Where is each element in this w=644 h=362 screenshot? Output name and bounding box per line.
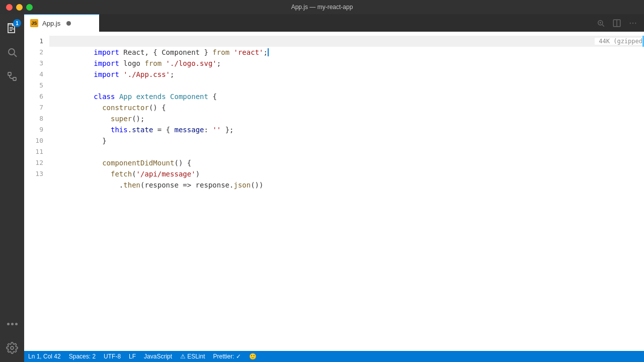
status-spaces[interactable]: Spaces: 2	[69, 353, 96, 360]
code-line-10	[49, 135, 644, 146]
svg-rect-7	[13, 77, 16, 80]
maximize-button[interactable]	[26, 4, 33, 11]
code-line-5: class App extends Component {	[49, 80, 644, 91]
activity-files-icon[interactable]: 1	[2, 18, 22, 38]
svg-rect-1	[10, 27, 13, 28]
line-number-6: 6	[39, 91, 43, 102]
svg-point-4	[9, 49, 15, 55]
svg-rect-2	[10, 29, 14, 29]
activity-settings-icon[interactable]	[2, 338, 22, 358]
search-in-file-button[interactable]	[594, 16, 608, 30]
svg-line-5	[14, 54, 17, 57]
prettier-label: Prettier: ✓	[213, 353, 241, 360]
line-number-12: 12	[35, 157, 43, 168]
status-bar: Ln 1, Col 42 Spaces: 2 UTF-8 LF JavaScri…	[24, 351, 644, 362]
traffic-lights	[6, 4, 33, 11]
notification-badge: 1	[13, 19, 21, 27]
line-number-1: 1	[39, 36, 43, 47]
code-line-11: componentDidMount() {	[49, 146, 644, 157]
svg-rect-3	[10, 30, 12, 31]
activity-source-control-icon[interactable]	[2, 66, 22, 86]
status-line-ending[interactable]: LF	[129, 353, 136, 360]
tab-bar: JS App.js	[24, 14, 644, 32]
status-encoding[interactable]: UTF-8	[104, 353, 121, 360]
eslint-label: ESLint	[187, 353, 205, 360]
title-bar: App.js — my-react-app	[0, 0, 644, 14]
svg-point-17	[635, 22, 636, 23]
tab-actions	[594, 14, 644, 32]
status-position[interactable]: Ln 1, Col 42	[28, 353, 61, 360]
main-container: 1	[0, 14, 644, 362]
unsaved-indicator	[66, 21, 71, 26]
line-number-8: 8	[39, 113, 43, 124]
code-editor[interactable]: import React, { Component } from 'react'…	[49, 32, 644, 351]
status-eslint[interactable]: ⚠ ESLint	[180, 353, 205, 360]
smiley-icon: 🙂	[249, 353, 257, 360]
size-hint: 44K (gzipped	[595, 36, 644, 47]
size-hint-text: 44K (gzipped	[595, 38, 642, 45]
line-numbers: 1 2 3 4 5 6 7 8 9 10 11 12 13	[24, 32, 49, 351]
close-button[interactable]	[6, 4, 13, 11]
line-number-4: 4	[39, 69, 43, 80]
status-language[interactable]: JavaScript	[144, 353, 172, 360]
ellipsis-icon	[7, 323, 18, 325]
code-line-1: import React, { Component } from 'react'…	[49, 36, 644, 47]
line-number-2: 2	[39, 47, 43, 58]
split-editor-button[interactable]	[610, 16, 624, 30]
activity-bar-bottom	[2, 314, 22, 362]
js-file-icon: JS	[30, 19, 38, 27]
line-number-10: 10	[35, 135, 43, 146]
svg-point-16	[632, 22, 633, 23]
minimize-button[interactable]	[16, 4, 23, 11]
activity-bar: 1	[0, 14, 24, 362]
editor-content[interactable]: 1 2 3 4 5 6 7 8 9 10 11 12 13 import Rea…	[24, 32, 644, 351]
editor-area: JS App.js	[24, 14, 644, 362]
more-actions-button[interactable]	[626, 16, 640, 30]
svg-rect-6	[8, 72, 11, 75]
activity-more-icon[interactable]	[2, 314, 22, 334]
line-number-7: 7	[39, 102, 43, 113]
svg-point-8	[11, 346, 14, 349]
file-tab-appjs[interactable]: JS App.js	[24, 14, 100, 32]
line-number-9: 9	[39, 124, 43, 135]
line-number-3: 3	[39, 58, 43, 69]
warning-icon: ⚠	[180, 353, 186, 360]
status-emoji[interactable]: 🙂	[249, 353, 257, 360]
svg-point-15	[630, 22, 631, 23]
window-title: App.js — my-react-app	[291, 4, 353, 11]
status-prettier[interactable]: Prettier: ✓	[213, 353, 241, 360]
svg-line-10	[602, 25, 604, 27]
line-number-13: 13	[35, 168, 43, 179]
line-number-5: 5	[39, 80, 43, 91]
activity-search-icon[interactable]	[2, 42, 22, 62]
tab-filename: App.js	[42, 20, 60, 27]
line-number-11: 11	[35, 146, 43, 157]
